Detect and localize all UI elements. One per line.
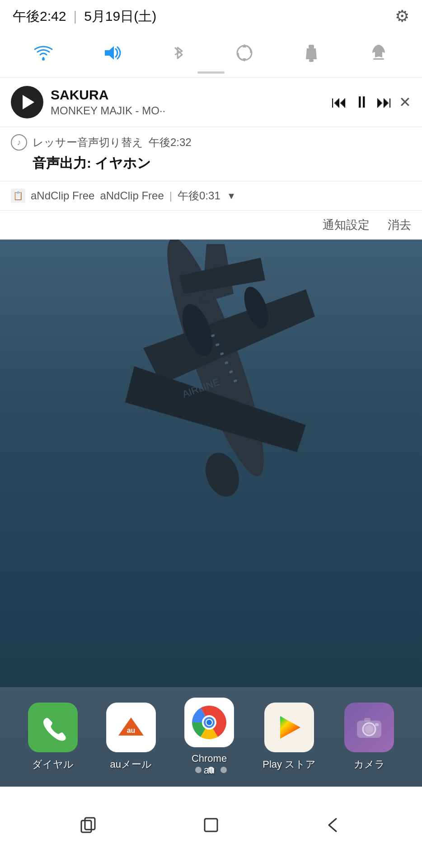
svg-rect-30 xyxy=(364,718,370,722)
quick-toggles-bar xyxy=(0,33,422,78)
recent-apps-button[interactable] xyxy=(79,815,98,840)
dial-app-icon xyxy=(28,703,78,752)
app-dock: ダイヤル au auメール xyxy=(0,687,422,787)
music-title: SAKURA xyxy=(51,87,324,103)
clip-app-name2: aNdClip Free xyxy=(100,189,164,202)
time-date: 午後2:42 | 5月19日(土) xyxy=(13,7,156,26)
svg-rect-31 xyxy=(375,723,379,726)
camera-app[interactable]: カメラ xyxy=(344,703,394,771)
camera-app-label: カメラ xyxy=(354,758,385,771)
svg-rect-33 xyxy=(85,818,95,830)
svg-rect-7 xyxy=(373,58,384,60)
sync-toggle[interactable] xyxy=(234,43,254,67)
flashlight-toggle[interactable] xyxy=(303,43,319,67)
audio-output-icon: ♪ xyxy=(11,134,27,151)
time-display: 午後2:42 xyxy=(13,7,66,26)
clip-notification: 📋 aNdClip Free aNdClip Free | 午後0:31 ▾ xyxy=(0,181,422,211)
svg-marker-1 xyxy=(105,46,114,60)
rewind-button[interactable]: ⏮ xyxy=(331,93,347,112)
status-bar: 午後2:42 | 5月19日(土) ⚙ xyxy=(0,0,422,33)
clip-time: 午後0:31 xyxy=(178,189,220,203)
audio-output-text: 音声出力: イヤホン xyxy=(11,154,411,173)
audio-label: レッサー音声切り替え xyxy=(33,135,143,150)
music-play-button[interactable] xyxy=(11,86,43,118)
clip-expand-icon[interactable]: ▾ xyxy=(229,189,234,202)
notification-area: SAKURA MONKEY MAJIK - MO·· ⏮ ⏸ ⏭ ✕ ♪ レッサ… xyxy=(0,78,422,240)
date-display: 5月19日(土) xyxy=(84,7,156,26)
notification-settings-button[interactable]: 通知設定 xyxy=(323,217,370,233)
au-mail-app-icon: au xyxy=(106,703,156,752)
play-store-app[interactable]: Play ストア xyxy=(263,703,316,771)
forward-button[interactable]: ⏭ xyxy=(376,93,393,112)
au-mail-app-label: auメール xyxy=(110,758,152,771)
clip-app-name: aNdClip Free xyxy=(31,189,94,202)
clip-header: 📋 aNdClip Free aNdClip Free | 午後0:31 ▾ xyxy=(11,189,411,203)
clip-app-icon: 📋 xyxy=(11,189,25,203)
audio-time: 午後2:32 xyxy=(149,135,192,150)
chrome-app[interactable]: Chrome au xyxy=(184,698,234,776)
back-button[interactable] xyxy=(324,815,343,840)
clip-sep: | xyxy=(169,189,172,202)
svg-rect-5 xyxy=(309,45,314,48)
svg-point-0 xyxy=(42,58,45,61)
bluetooth-toggle[interactable] xyxy=(171,43,186,67)
svg-point-29 xyxy=(365,725,373,733)
close-music-button[interactable]: ✕ xyxy=(399,94,411,111)
separator: | xyxy=(73,9,77,24)
music-controls: ⏮ ⏸ ⏭ ✕ xyxy=(331,93,411,112)
play-store-app-label: Play ストア xyxy=(263,758,316,771)
drag-handle xyxy=(197,71,225,74)
play-triangle-icon xyxy=(23,95,34,109)
wifi-toggle[interactable] xyxy=(33,44,53,66)
dial-app[interactable]: ダイヤル xyxy=(28,703,78,771)
settings-icon[interactable]: ⚙ xyxy=(395,7,409,26)
music-artist: MONKEY MAJIK - MO·· xyxy=(51,104,324,117)
svg-rect-6 xyxy=(309,59,314,62)
music-info: SAKURA MONKEY MAJIK - MO·· xyxy=(51,87,324,117)
volume-toggle[interactable] xyxy=(102,44,122,66)
chrome-app-sublabel: au xyxy=(204,764,215,776)
audio-header: ♪ レッサー音声切り替え 午後2:32 xyxy=(11,134,411,151)
home-button[interactable] xyxy=(201,815,221,840)
pause-button[interactable]: ⏸ xyxy=(354,93,370,112)
chrome-app-label: Chrome xyxy=(192,753,227,764)
navigation-bar xyxy=(0,787,422,868)
svg-text:au: au xyxy=(127,726,135,734)
svg-rect-32 xyxy=(81,821,91,832)
airplane-mode-toggle[interactable] xyxy=(369,43,389,67)
chrome-app-icon xyxy=(184,698,234,747)
svg-rect-34 xyxy=(205,819,217,831)
camera-app-icon xyxy=(344,703,394,752)
au-mail-app[interactable]: au auメール xyxy=(106,703,156,771)
dial-app-label: ダイヤル xyxy=(32,758,74,771)
music-notification: SAKURA MONKEY MAJIK - MO·· ⏮ ⏸ ⏭ ✕ xyxy=(0,78,422,127)
svg-point-26 xyxy=(206,720,212,725)
audio-notification: ♪ レッサー音声切り替え 午後2:32 音声出力: イヤホン xyxy=(0,127,422,181)
notification-actions: 通知設定 消去 xyxy=(0,211,422,240)
notification-dismiss-button[interactable]: 消去 xyxy=(388,217,411,233)
play-store-app-icon xyxy=(264,703,314,752)
